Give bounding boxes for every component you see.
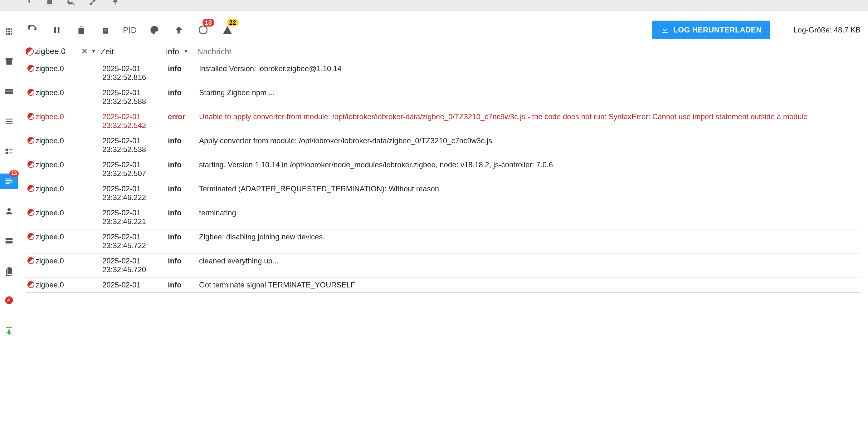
log-row[interactable]: zigbee.02025-02-0123:32:46.222infoTermin… [26,181,861,205]
log-message: terminating [197,207,861,218]
log-row[interactable]: zigbee.02025-02-0123:32:52.816infoInstal… [26,61,861,85]
sidebar-item-files[interactable] [0,264,18,279]
log-level: info [166,279,197,290]
top-header [0,0,868,11]
sidebar-item-enum[interactable] [0,144,18,159]
chevron-down-icon[interactable]: ▼ [182,49,190,54]
delete-button[interactable] [74,23,88,37]
log-time: 2025-02-0123:32:45.722 [100,231,166,251]
log-row[interactable]: zigbee.02025-02-0123:32:52.507infostarti… [26,157,861,181]
chevron-left-icon[interactable] [25,0,32,7]
zigbee-icon [27,137,34,144]
log-row[interactable]: zigbee.02025-02-0123:32:52.542errorUnabl… [26,109,861,133]
sidebar-item-download[interactable] [0,323,18,339]
color-palette-button[interactable] [148,23,161,37]
zigbee-icon [27,65,34,72]
sidebar-item-hosts[interactable] [0,234,18,249]
level-filter[interactable]: info ▼ [166,44,197,59]
sidebar-log-badge: 13 [9,171,19,177]
pid-label[interactable]: PID [123,25,137,35]
content-area: PID 13 22 LOG HERUNTERLADEN Log-Größe: 4… [18,11,868,339]
scroll-up-button[interactable] [172,23,186,37]
download-log-label: LOG HERUNTERLADEN [673,26,762,34]
log-time: 2025-02-0123:32:46.222 [100,183,166,203]
message-filter-input[interactable] [197,44,861,59]
log-level: info [166,159,197,171]
log-source: zigbee.0 [26,87,100,98]
source-filter[interactable]: zigbee.0 ✕ ▼ [26,44,97,59]
log-message: Installed Version: iobroker.zigbee@1.10.… [197,63,861,74]
log-time: 2025-02-0123:32:52.588 [100,87,166,107]
zigbee-icon [27,185,34,192]
log-level: info [166,255,197,267]
log-time: 2025-02-0123:32:52.816 [100,63,166,83]
log-row[interactable]: zigbee.02025-02-0123:32:52.538infoApply … [26,133,861,157]
bell-icon[interactable] [45,0,54,8]
source-filter-value: zigbee.0 [35,47,65,56]
log-source: zigbee.0 [26,63,100,74]
level-filter-value: info [166,47,179,57]
pause-button[interactable] [50,23,64,37]
errors-badge-button[interactable]: 13 [196,23,210,37]
chevron-down-icon[interactable]: ▼ [90,49,97,54]
sidebar-item-log[interactable]: 13 [0,174,18,189]
log-source: zigbee.0 [26,159,100,171]
log-level: info [166,207,197,218]
log-row[interactable]: zigbee.02025-02-0123:32:52.588infoStarti… [26,85,861,109]
log-source: zigbee.0 [26,183,100,194]
pin-icon[interactable] [111,0,120,8]
brush-icon[interactable] [89,0,98,8]
log-row[interactable]: zigbee.02025-02-0123:32:46.221infotermin… [26,205,861,229]
log-message: Terminated (ADAPTER_REQUESTED_TERMINATIO… [197,183,861,194]
log-time: 2025-02-0123:32:45.720 [100,255,166,275]
search-icon[interactable] [67,0,76,8]
sidebar-item-store[interactable] [0,54,18,69]
zigbee-icon [27,281,34,288]
log-message: starting. Version 1.10.14 in /opt/iobrok… [197,159,861,171]
sidebar: 13 [0,11,18,339]
svg-point-0 [199,26,207,34]
log-level: info [166,63,197,74]
clear-until-button[interactable] [99,23,112,37]
download-log-button[interactable]: LOG HERUNTERLADEN [652,21,770,39]
log-level: info [166,231,197,243]
log-time: 2025-02-0123:32:52.507 [100,159,166,179]
log-message: Got terminate signal TERMINATE_YOURSELF [197,279,861,290]
log-message: Starting Zigbee npm ... [197,87,861,98]
log-source: zigbee.0 [26,207,100,218]
warning-count-badge: 22 [227,19,239,27]
log-level: info [166,183,197,194]
warnings-badge-button[interactable]: 22 [221,23,234,37]
refresh-button[interactable] [26,23,39,37]
log-time: 2025-02-01 [100,279,166,290]
log-time: 2025-02-0123:32:52.538 [100,135,166,155]
log-row[interactable]: zigbee.02025-02-0123:32:45.720infocleane… [26,253,861,277]
log-source: zigbee.0 [26,111,100,122]
sidebar-item-list[interactable] [0,114,18,129]
log-source: zigbee.0 [26,231,100,243]
zigbee-icon [27,161,34,168]
zigbee-icon [27,233,34,240]
zigbee-icon [27,89,34,96]
log-filters: zigbee.0 ✕ ▼ Zeit info ▼ [26,42,861,61]
log-level: info [166,135,197,146]
sidebar-item-apps[interactable] [0,24,18,39]
log-source: zigbee.0 [26,255,100,267]
log-message: Unable to apply converter from module: /… [197,111,861,122]
log-toolbar: PID 13 22 LOG HERUNTERLADEN Log-Größe: 4… [26,18,861,42]
log-source: zigbee.0 [26,279,100,290]
log-time: 2025-02-0123:32:46.221 [100,207,166,227]
zigbee-icon [27,113,34,120]
error-count-badge: 13 [203,19,214,27]
clear-source-icon[interactable]: ✕ [79,47,90,56]
sidebar-item-user[interactable] [0,204,18,219]
log-message: Zigbee: disabling joining new devices. [197,231,861,243]
log-row[interactable]: zigbee.02025-02-01infoGot terminate sign… [26,277,861,293]
sidebar-item-card[interactable] [0,84,18,99]
log-size-label: Log-Größe: 48.7 KB [794,26,861,34]
log-row[interactable]: zigbee.02025-02-0123:32:45.722infoZigbee… [26,229,861,253]
log-table: zigbee.02025-02-0123:32:52.816infoInstal… [26,61,861,293]
sidebar-item-clock[interactable] [0,294,18,309]
time-header: Zeit [100,47,114,56]
zigbee-icon [27,257,34,264]
